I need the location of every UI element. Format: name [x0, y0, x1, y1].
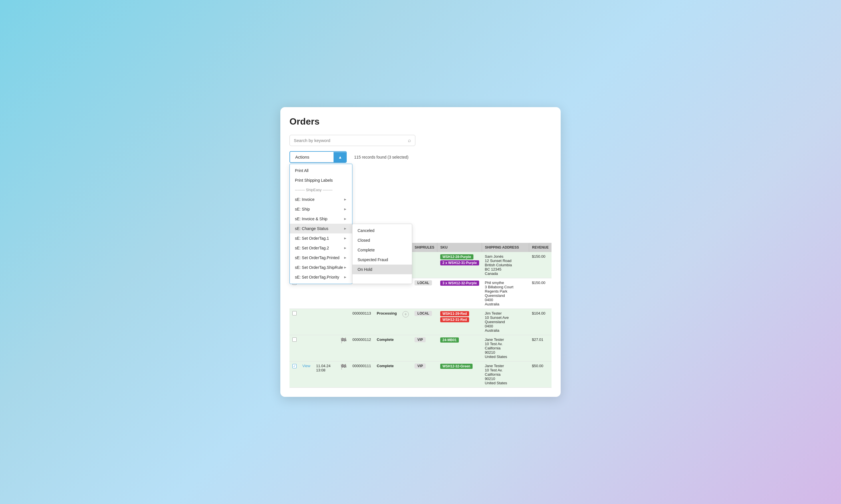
row4-revenue-cell: $27.01	[529, 335, 551, 361]
row3-checkbox[interactable]	[292, 311, 297, 316]
row5-view-cell[interactable]: View	[299, 361, 313, 388]
col-revenue: REVENUE	[529, 243, 551, 252]
se-ship-label: sE: Ship	[295, 207, 310, 212]
row2-revenue-cell: $150.00	[529, 278, 551, 309]
row5-revenue-cell: $50.00	[529, 361, 551, 388]
status-item-canceled[interactable]: Canceled	[353, 226, 412, 235]
row4-address-cell: Jane Tester10 Test Av.California90210Uni…	[482, 335, 529, 361]
flag-icon: 🏁	[340, 338, 347, 343]
row4-flag-cell: 🏁	[338, 335, 349, 361]
se-invoice-ship-arrow-icon: ►	[344, 217, 347, 221]
dropdown-item-print-shipping-labels[interactable]: Print Shipping Labels	[290, 176, 352, 185]
se-ordertag-priority-arrow-icon: ►	[344, 275, 347, 279]
sku-badge: 3 x WSH12-32-Purple	[440, 281, 479, 286]
row3-plus-cell: +	[400, 309, 412, 335]
se-ordertag1-label: sE: Set OrderTag.1	[295, 236, 329, 240]
dropdown-item-print-all-label: Print All	[295, 168, 308, 173]
status-canceled-label: Canceled	[358, 228, 375, 233]
actions-arrow-icon[interactable]: ▲	[333, 152, 346, 162]
se-ordertag-shiprule-label: sE: Set OrderTag.ShipRule	[295, 265, 343, 270]
status-item-complete[interactable]: Complete	[353, 245, 412, 255]
status-suspected-fraud-label: Suspected Fraud	[358, 257, 388, 262]
records-count: 115 records found (3 selected)	[354, 155, 409, 159]
search-input[interactable]	[294, 138, 408, 143]
row1-revenue-cell: $150.00	[529, 252, 551, 278]
shiprule-chip-local: LOCAL	[414, 311, 432, 316]
actions-label: Actions	[290, 152, 333, 162]
row5-shiprules-cell: VIP	[412, 361, 437, 388]
search-bar[interactable]: ⌕	[290, 135, 415, 146]
row5-order-num-cell: 000000111	[349, 361, 374, 388]
status-item-on-hold[interactable]: On Hold	[353, 265, 412, 274]
se-invoice-ship-label: sE: Invoice & Ship	[295, 217, 328, 221]
row5-plus-cell	[400, 361, 412, 388]
sku-badge: WSH12-32-Green	[440, 364, 473, 369]
row3-checkbox-cell	[290, 309, 299, 335]
se-change-status-arrow-icon: ►	[344, 227, 347, 231]
row4-checkbox[interactable]	[292, 338, 297, 342]
dropdown-item-se-ordertag-priority[interactable]: sE: Set OrderTag.Priority ►	[290, 272, 352, 282]
status-item-closed[interactable]: Closed	[353, 235, 412, 245]
dropdown-item-print-all[interactable]: Print All	[290, 166, 352, 176]
row4-shiprules-cell: VIP	[412, 335, 437, 361]
dropdown-item-se-ordertag1[interactable]: sE: Set OrderTag.1 ►	[290, 233, 352, 243]
col-shipping-address: SHIPPING ADDRESS	[482, 243, 529, 252]
dropdown-item-se-ordertag-printed[interactable]: sE: Set OrderTag.Printed ►	[290, 253, 352, 263]
status-closed-label: Closed	[358, 238, 370, 242]
page-title: Orders	[290, 116, 551, 127]
se-ordertag2-label: sE: Set OrderTag.2	[295, 246, 329, 250]
sku-badge: 2 x WSH12-31-Purple	[440, 260, 479, 266]
row5-date-cell: 11.04.24 13:08	[313, 361, 338, 388]
dropdown-item-se-ordertag2[interactable]: sE: Set OrderTag.2 ►	[290, 243, 352, 253]
shiprule-chip-local: LOCAL	[414, 280, 432, 285]
status-item-suspected-fraud[interactable]: Suspected Fraud	[353, 255, 412, 265]
se-ordertag2-arrow-icon: ►	[344, 246, 347, 250]
toolbar-row: Actions ▲ 115 records found (3 selected)…	[290, 151, 551, 163]
row3-status-cell: Processing	[374, 309, 400, 335]
row5-sku-cell: WSH12-32-Green	[437, 361, 482, 388]
row4-plus-cell	[400, 335, 412, 361]
row3-view-cell	[299, 309, 313, 335]
se-invoice-label: sE: Invoice	[295, 197, 314, 202]
dropdown-item-se-change-status[interactable]: sE: Change Status ►	[290, 224, 352, 233]
se-ordertag-printed-arrow-icon: ►	[344, 256, 347, 260]
se-ordertag-printed-label: sE: Set OrderTag.Printed	[295, 255, 340, 260]
row4-checkbox-cell	[290, 335, 299, 361]
row5-checkbox-cell	[290, 361, 299, 388]
table-row: View 11.04.24 13:08 🏁 000000111 Complete…	[290, 361, 551, 388]
row4-status-cell: Complete	[374, 335, 400, 361]
row3-address-cell: Jim Tester10 Sunset AveQueensland0400Aus…	[482, 309, 529, 335]
view-link[interactable]: View	[302, 364, 310, 368]
dropdown-item-print-shipping-labels-label: Print Shipping Labels	[295, 178, 333, 183]
row5-checkbox[interactable]	[292, 364, 297, 368]
row4-sku-cell: 24-MB01	[437, 335, 482, 361]
sku-badge: WSH12-31-Red	[440, 317, 469, 322]
row3-shiprules-cell: LOCAL	[412, 309, 437, 335]
dropdown-item-se-ship[interactable]: sE: Ship ►	[290, 204, 352, 214]
row3-revenue-cell: $104.00	[529, 309, 551, 335]
se-ship-arrow-icon: ►	[344, 207, 347, 211]
se-ordertag1-arrow-icon: ►	[344, 236, 347, 240]
change-status-submenu: Canceled Closed Complete Suspected Fraud…	[352, 224, 412, 284]
dropdown-item-separator: -------- ShipEasy --------	[290, 185, 352, 195]
row2-shiprules-cell: LOCAL	[412, 278, 437, 309]
col-shiprules: SHIPRULES	[412, 243, 437, 252]
table-row: 🏁 000000112 Complete VIP 24-MB01 Jane Te…	[290, 335, 551, 361]
search-icon: ⌕	[408, 138, 411, 143]
sku-badge: WSH12-28-Purple	[440, 254, 474, 259]
row2-sku-cell: 3 x WSH12-32-Purple	[437, 278, 482, 309]
table-row: 000000113 Processing + LOCAL WSH11-29-Re…	[290, 309, 551, 335]
row1-sku-cell: WSH12-28-Purple 2 x WSH12-31-Purple	[437, 252, 482, 278]
shiprule-chip-vip: VIP	[414, 363, 426, 368]
shiprule-chip-vip: VIP	[414, 337, 426, 342]
row3-sku-cell: WSH11-29-Red WSH12-31-Red	[437, 309, 482, 335]
dropdown-container: Print All Print Shipping Labels --------…	[290, 164, 412, 284]
dropdown-item-se-invoice-ship[interactable]: sE: Invoice & Ship ►	[290, 214, 352, 224]
separator-label: -------- ShipEasy --------	[295, 188, 332, 192]
dropdown-item-se-invoice[interactable]: sE: Invoice ►	[290, 195, 352, 204]
row3-add-icon[interactable]: +	[402, 311, 409, 318]
actions-button[interactable]: Actions ▲	[290, 151, 347, 163]
orders-card: Orders ⌕ Actions ▲ 115 records found (3 …	[280, 107, 561, 397]
dropdown-item-se-ordertag-shiprule[interactable]: sE: Set OrderTag.ShipRule ►	[290, 263, 352, 272]
status-on-hold-label: On Hold	[358, 267, 372, 272]
